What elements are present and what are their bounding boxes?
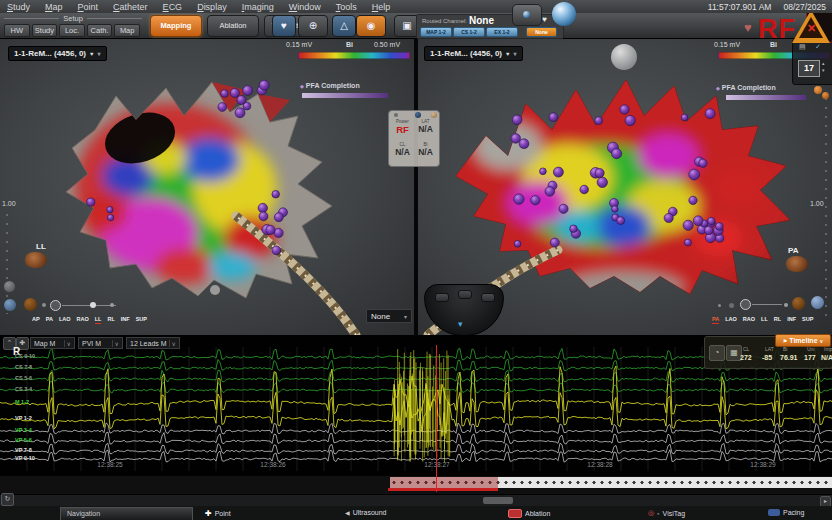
setup-tab-loc[interactable]: Loc. [59, 24, 85, 37]
ecg-selector-map[interactable]: Map M∨ [30, 337, 75, 349]
menu-item-catheter[interactable]: Catheter [113, 2, 148, 12]
orientation-rao[interactable]: RAO [743, 316, 755, 324]
orientation-inf[interactable]: INF [121, 316, 130, 324]
routed-chip-ex12[interactable]: EX 1-2 [486, 27, 518, 37]
rf-cell-lat: LATN/A [414, 119, 437, 142]
setup-tab-hw[interactable]: HW [4, 24, 30, 37]
mode-tab-mapping[interactable]: Mapping [150, 15, 202, 37]
refresh-icon[interactable]: ↻ [1, 493, 14, 506]
scrollbar-thumb[interactable] [483, 497, 513, 504]
stat-header-lat: LAT [765, 346, 774, 352]
right-opacity-slider[interactable] [752, 304, 782, 305]
menu-item-imaging[interactable]: Imaging [242, 2, 274, 12]
routed-chip-none[interactable]: None [526, 27, 557, 37]
menu-item-help[interactable]: Help [372, 2, 391, 12]
menu-item-display[interactable]: Display [197, 2, 227, 12]
info-clock-icon[interactable]: ◔ [709, 345, 725, 361]
setup-tab-study[interactable]: Study [32, 24, 58, 37]
count-up-icon[interactable]: ▴ [822, 60, 825, 66]
ecg-channel-label-vp34[interactable]: VP 3-4 [15, 427, 32, 433]
ecg-channel-label-vp78[interactable]: VP 7-8 [15, 447, 32, 453]
left-orientation-heart-thumb[interactable] [25, 252, 47, 268]
ecg-selector-12leads[interactable]: 12 Leads M∨ [126, 337, 180, 349]
orientation-sup[interactable]: SUP [802, 316, 813, 324]
legend-item-ablation: Ablation [508, 509, 550, 518]
routed-chip-map12[interactable]: MAP 1-2 [420, 27, 452, 37]
orientation-ap[interactable]: AP [32, 316, 40, 324]
mode-tab-ablation[interactable]: Ablation [207, 15, 259, 37]
right-globe-icon[interactable] [811, 296, 824, 309]
right-dot2-icon[interactable] [729, 303, 734, 308]
orientation-rl[interactable]: RL [107, 316, 114, 324]
routed-channel-value: None [469, 15, 494, 26]
alerts-button[interactable]: △ [332, 15, 356, 37]
right-dot3-icon[interactable] [784, 303, 788, 307]
ecg-channel-label-vp910[interactable]: VP 9-10 [15, 455, 35, 461]
approve-icon[interactable]: ✓ [815, 43, 821, 51]
left-amber-icon[interactable] [24, 298, 37, 311]
orientation-ll[interactable]: LL [95, 316, 102, 324]
menu-item-window[interactable]: Window [289, 2, 321, 12]
list-icon[interactable]: ▤ [799, 43, 806, 51]
left-color-scale-bar[interactable] [298, 52, 410, 59]
legend-label: VisiTag [663, 510, 685, 517]
snapshot-button[interactable]: ◉ [356, 15, 386, 37]
map-heart-button[interactable]: ♥ [272, 15, 296, 37]
timeline-scrollbar[interactable]: ▸ [0, 494, 832, 506]
right-ring-icon[interactable] [740, 299, 751, 310]
orientation-lao[interactable]: LAO [725, 316, 737, 324]
ablation-swatch-icon [508, 509, 522, 518]
orientation-inf[interactable]: INF [787, 316, 796, 324]
menu-item-study[interactable]: Study [7, 2, 30, 12]
ecg-channel-label-cs56[interactable]: CS 5-6 [15, 375, 32, 381]
ecg-channel-label-cs78[interactable]: CS 7-8 [15, 364, 32, 370]
ecg-channel-label-vp56[interactable]: VP 5-6 [15, 437, 32, 443]
left-slider-knob[interactable] [90, 302, 96, 308]
timeline-button[interactable]: ⚑Timeline∨ [775, 334, 831, 347]
left-tool-ball-icon[interactable] [4, 281, 15, 292]
ecg-channel-label-cs910[interactable]: CS 9-10 [15, 353, 35, 359]
left-dot2-icon[interactable] [110, 303, 114, 307]
ecg-channel-label-cs34[interactable]: CS 3-4 [15, 386, 32, 392]
orientation-rao[interactable]: RAO [77, 316, 89, 324]
trackball-icon[interactable] [552, 2, 576, 26]
routed-chip-cs12[interactable]: CS 1-2 [453, 27, 485, 37]
orientation-rl[interactable]: RL [774, 316, 781, 324]
setup-tab-map[interactable]: Map [114, 24, 140, 37]
ecg-playhead[interactable] [436, 345, 437, 492]
viewport-right[interactable]: 1-1-ReM... (4456, 0)♥▾ 0.15 mV Bi ◆PFA C… [418, 38, 832, 335]
viewport-left[interactable]: 1-1-ReM... (4456, 0)♥▾ 0.15 mV Bi 0.50 m… [0, 38, 414, 335]
ecg-channel-label-vp12[interactable]: VP 1-2 [15, 415, 32, 421]
setup-tab-cath[interactable]: Cath. [87, 24, 113, 37]
ecg-channel-label-m12[interactable]: M 1-2 [15, 399, 29, 405]
left-map-chip[interactable]: 1-1-ReM... (4456, 0)♥▾ [8, 46, 107, 61]
right-dot-icon[interactable] [718, 304, 721, 307]
right-orientation-heart-thumb[interactable] [786, 256, 808, 272]
orientation-ll[interactable]: LL [761, 316, 768, 324]
orientation-sup[interactable]: SUP [136, 316, 147, 324]
orientation-pa[interactable]: PA [46, 316, 53, 324]
ablation-readout-panel[interactable]: PowerRFLATN/ACLN/ABiN/A [388, 110, 440, 167]
menu-item-tools[interactable]: Tools [336, 2, 357, 12]
right-pfa-legend: ◆PFA Completion [716, 84, 776, 91]
orientation-lao[interactable]: LAO [59, 316, 71, 324]
panel-dot-icon [394, 113, 398, 117]
navigation-box[interactable]: Navigation [60, 507, 193, 520]
right-map-chip[interactable]: 1-1-ReM... (4456, 0)♥▾ [424, 46, 523, 61]
menu-item-point[interactable]: Point [78, 2, 99, 12]
right-amber-icon[interactable] [792, 297, 805, 310]
left-globe-icon[interactable] [4, 299, 16, 311]
menu-item-map[interactable]: Map [45, 2, 63, 12]
left-ring-icon[interactable] [50, 300, 61, 311]
ecg-selector-pvi[interactable]: PVI M∨ [78, 337, 123, 349]
location-pad-icon[interactable] [512, 4, 542, 26]
count-down-icon[interactable]: ▾ [822, 67, 825, 73]
left-tag-filter-dropdown[interactable]: None▾ [366, 309, 412, 323]
viewport-divider[interactable] [414, 38, 418, 335]
catheter-setup-button[interactable]: ⊕ [298, 15, 328, 37]
left-dot-icon[interactable] [42, 303, 46, 307]
right-orange-tag2-icon [822, 92, 829, 99]
orientation-pa[interactable]: PA [712, 316, 719, 324]
menu-item-ecg[interactable]: ECG [163, 2, 183, 12]
left-opacity-slider[interactable] [62, 305, 116, 306]
